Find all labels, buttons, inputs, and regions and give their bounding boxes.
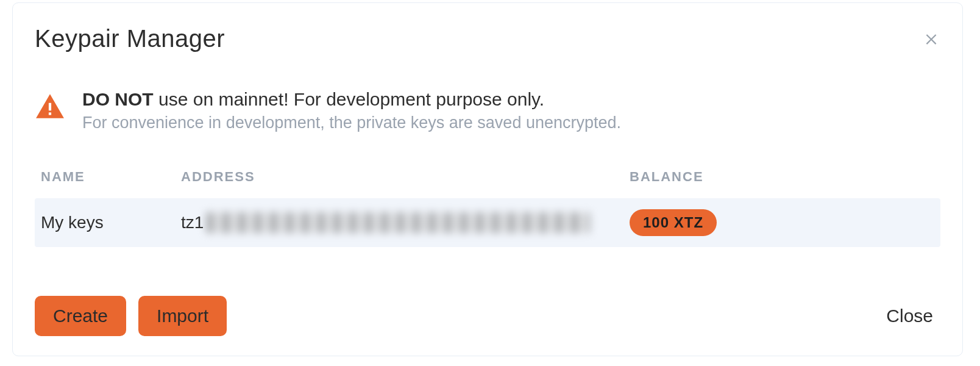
warning-subtext: For convenience in development, the priv… (82, 113, 621, 132)
address-blurred (206, 212, 590, 233)
warning-text: DO NOT use on mainnet! For development p… (82, 89, 621, 132)
col-header-balance: BALANCE (630, 169, 934, 185)
keypair-table: NAME ADDRESS BALANCE My keys tz1 100 XTZ (35, 169, 940, 247)
close-button[interactable]: Close (879, 301, 940, 331)
keypair-address: tz1 (181, 212, 630, 233)
keypair-name: My keys (41, 213, 181, 232)
svg-rect-1 (49, 112, 51, 115)
warning-banner: DO NOT use on mainnet! For development p… (35, 89, 940, 132)
warning-bold: DO NOT (82, 89, 154, 109)
balance-badge: 100 XTZ (630, 209, 717, 236)
import-button[interactable]: Import (138, 296, 227, 336)
address-prefix: tz1 (181, 213, 204, 232)
close-icon[interactable] (923, 30, 939, 49)
keypair-manager-modal: Keypair Manager DO NOT use on mainnet! F… (12, 2, 963, 356)
create-button[interactable]: Create (35, 296, 126, 336)
table-row[interactable]: My keys tz1 100 XTZ (35, 198, 940, 247)
svg-rect-0 (49, 103, 51, 111)
modal-footer: Create Import Close (35, 296, 940, 336)
modal-title: Keypair Manager (35, 25, 940, 52)
col-header-address: ADDRESS (181, 169, 630, 185)
col-header-name: NAME (41, 169, 181, 185)
warning-icon (35, 92, 65, 124)
keypair-balance-cell: 100 XTZ (630, 209, 934, 236)
table-header: NAME ADDRESS BALANCE (35, 169, 940, 198)
warning-rest: use on mainnet! For development purpose … (154, 89, 544, 109)
